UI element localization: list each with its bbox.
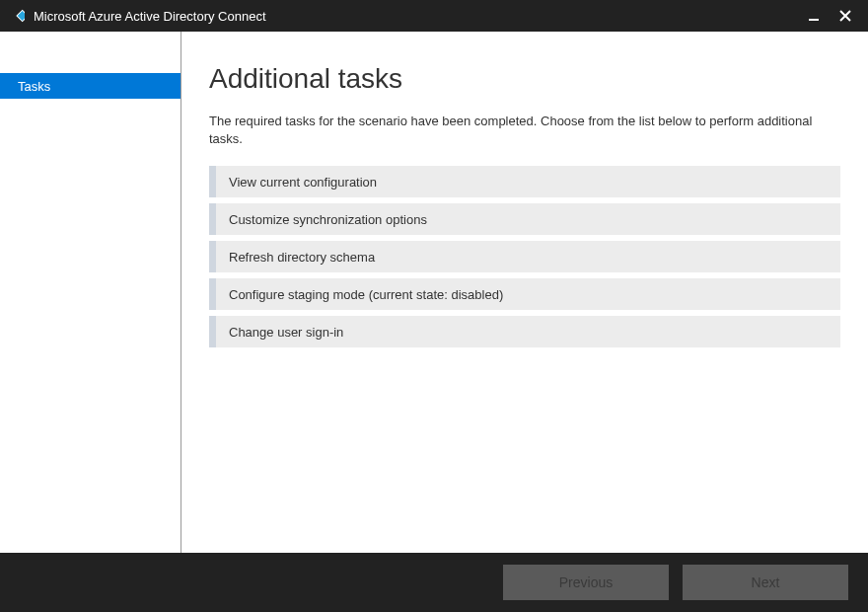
window-controls (805, 7, 860, 25)
task-configure-staging[interactable]: Configure staging mode (current state: d… (209, 278, 840, 310)
titlebar: Microsoft Azure Active Directory Connect (0, 0, 868, 32)
task-customize-sync[interactable]: Customize synchronization options (209, 203, 840, 235)
main-content: Additional tasks The required tasks for … (181, 32, 868, 553)
next-button[interactable]: Next (683, 565, 848, 600)
previous-button[interactable]: Previous (503, 565, 669, 600)
sidebar: Tasks (0, 32, 181, 553)
task-label: Change user sign-in (229, 325, 343, 340)
svg-rect-0 (17, 10, 25, 21)
body-area: Tasks Additional tasks The required task… (0, 32, 868, 553)
task-refresh-schema[interactable]: Refresh directory schema (209, 241, 840, 272)
svg-rect-1 (809, 19, 819, 21)
app-icon (8, 7, 26, 25)
sidebar-item-tasks[interactable]: Tasks (0, 73, 181, 99)
window-title: Microsoft Azure Active Directory Connect (34, 9, 805, 24)
page-description: The required tasks for the scenario have… (209, 113, 840, 148)
task-label: Customize synchronization options (229, 212, 427, 227)
close-button[interactable] (836, 7, 854, 25)
page-heading: Additional tasks (209, 63, 840, 95)
footer: Previous Next (0, 553, 868, 612)
minimize-button[interactable] (805, 7, 823, 25)
task-list: View current configuration Customize syn… (209, 166, 840, 347)
task-label: View current configuration (229, 175, 377, 190)
sidebar-item-label: Tasks (18, 79, 50, 94)
task-label: Refresh directory schema (229, 250, 375, 265)
task-change-signin[interactable]: Change user sign-in (209, 316, 840, 347)
task-view-config[interactable]: View current configuration (209, 166, 840, 197)
task-label: Configure staging mode (current state: d… (229, 287, 503, 302)
